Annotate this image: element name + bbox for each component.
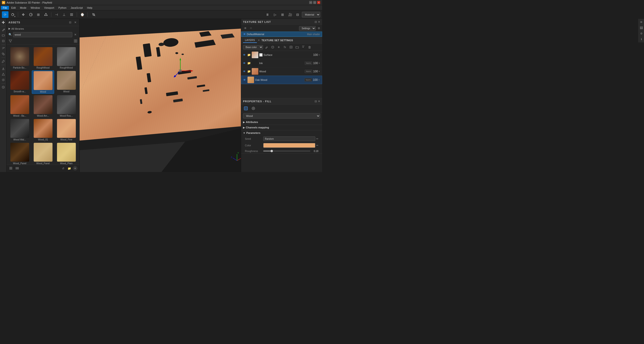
props-seed-edit-btn[interactable]: ✏ [316,137,318,140]
toolbar-rotate-btn[interactable]: ▼ [10,11,16,18]
toolbar-play-btn[interactable]: ▷ [272,11,278,18]
props-material-dropdown[interactable]: Wood [243,113,320,119]
menu-mode[interactable]: Mode [18,6,28,10]
titlebar-controls[interactable]: ─ □ ✕ [309,1,320,4]
layer-folder-btn[interactable] [294,45,300,50]
layer-mask-btn[interactable] [288,45,294,50]
tsl-close-btn[interactable]: ✕ [318,20,320,24]
asset-item-wood-plain[interactable]: Wood_Plain [55,142,78,165]
toolbar-fill-btn[interactable] [42,11,49,18]
layer-effects-btn[interactable]: fx [282,45,288,50]
assets-close-btn[interactable]: ✕ [73,20,78,25]
toolbar-transform-btn[interactable]: ⟳ [2,11,8,18]
assets-refresh-btn[interactable]: ↺ [60,166,66,171]
grid-view-icon[interactable] [74,39,78,44]
tab-texture-set-settings[interactable]: TEXTURE SET SETTINGS [260,38,295,43]
material-dropdown[interactable]: Material [302,12,320,18]
menu-help[interactable]: Help [85,6,94,10]
tsl-detach-btn[interactable]: ⊟ [314,20,317,24]
props-section-attributes-header[interactable]: ▶ Attributes [241,119,322,125]
toolbar-viewport-2d-btn[interactable]: ⊞ [279,11,286,18]
asset-item-wood-01[interactable]: Wood_01 [32,119,54,141]
props-section-channels-header[interactable]: ▶ Channels mapping [241,125,322,130]
asset-item-wood-2[interactable]: Wood [55,71,78,94]
props-section-parameters-header[interactable]: ▼ Parameters [241,130,322,136]
props-color-swatch[interactable] [263,143,315,148]
layer-fill-btn[interactable] [270,45,275,50]
asset-item-wood-ba[interactable]: Wood - Ba... [8,95,31,118]
props-roughness-thumb[interactable] [270,150,273,152]
tsl-settings-dropdown[interactable]: Settings [299,26,316,31]
layer-item-wood[interactable]: 👁 📁 Wood Norm 100 ▼ [241,67,322,76]
menu-viewport[interactable]: Viewport [42,6,56,10]
search-clear-btn[interactable]: ✕ [73,33,78,37]
layer-new-btn[interactable] [276,45,282,50]
layer-import-btn[interactable] [301,45,306,50]
tsl-eye-icon[interactable]: 👁 [243,26,248,31]
tool-paint[interactable] [1,27,6,32]
tool-fill[interactable] [1,39,6,44]
menu-python[interactable]: Python [56,6,68,10]
tool-eraser[interactable] [1,33,6,38]
tool-smudge[interactable] [1,46,6,51]
tsl-item-default[interactable]: 👁 DefaultMaterial Main shader [241,32,322,37]
assets-add-btn[interactable]: + [73,166,78,171]
toolbar-erase-btn[interactable]: ⊞ [35,11,42,18]
props-detach-btn[interactable]: ⊟ [314,100,317,103]
minimize-button[interactable]: ─ [309,1,312,4]
asset-item-roughwood-2[interactable]: RoughWood [55,47,78,70]
layer-blend-wood[interactable]: Norm [305,70,312,73]
assets-list-btn[interactable] [14,166,20,171]
toolbar-move-btn[interactable]: ✥ [20,11,26,18]
layer-blend-oak[interactable]: Norm [304,78,312,82]
layer-item-surface[interactable]: 👁 📁 Surface 100 ▼ [241,51,322,59]
search-input[interactable] [13,32,72,37]
all-libraries[interactable]: ▶ All libraries [6,26,79,31]
assets-grid-small-btn[interactable] [8,166,14,171]
toolbar-render-btn[interactable]: ⊟ [294,11,301,18]
toolbar-camera-btn[interactable]: 🎥 [287,11,294,18]
asset-item-wood-wal[interactable]: Wood Wal... [8,119,31,141]
toolbar-history-btn[interactable]: ⌚ [79,11,86,18]
toolbar-snap-btn[interactable]: ⊣ [53,11,60,18]
layer-item-ink[interactable]: 👁 📁 Ink Norm 100 ▼ [241,59,322,67]
layer-opacity-ink[interactable]: 100 ▼ [313,62,320,65]
tsl-item-eye-icon[interactable]: 👁 [243,33,246,36]
menu-file[interactable]: File [1,6,9,10]
layer-eye-oak[interactable]: 👁 [243,79,246,81]
props-seed-input[interactable] [263,136,315,141]
asset-item-smooth-w[interactable]: Smooth w... [8,71,31,94]
layer-opacity-oak[interactable]: 100 ▼ [313,78,320,82]
assets-folder-btn[interactable]: 📁 [67,166,72,171]
tool-transform[interactable] [1,20,6,25]
toolbar-distribute-btn[interactable] [68,11,75,18]
tool-display[interactable] [1,85,6,90]
tsl-gear-icon[interactable]: ⚙ [318,27,320,30]
layer-paint-btn[interactable] [264,45,269,50]
menu-edit[interactable]: Edit [10,6,18,10]
maximize-button[interactable]: □ [313,1,316,4]
layer-eye-surface[interactable]: 👁 [243,54,246,56]
layer-blend-ink[interactable]: Norm [305,62,312,65]
layer-opacity-surface[interactable]: 100 ▼ [313,53,320,57]
tab-layers[interactable]: LAYERS [243,38,257,43]
asset-item-wood-panel-2[interactable]: Wood_Panel [32,142,54,165]
props-tab-settings[interactable] [250,106,256,111]
layers-channel-dropdown[interactable]: Base color Normal Roughness [243,45,263,50]
asset-item-wood-selected[interactable]: Wood [32,71,54,94]
tool-picker[interactable] [1,59,6,64]
props-tab-material[interactable] [243,106,249,111]
layer-eye-ink[interactable]: 👁 [243,62,246,65]
tool-settings[interactable] [1,77,6,83]
tool-bake[interactable] [1,72,6,77]
asset-item-wood-fine[interactable]: Wood_Fine [55,119,78,141]
layer-item-oak-wood[interactable]: 👁 Oak Wood Norm 100 ▼ [241,76,322,84]
close-button[interactable]: ✕ [317,1,320,4]
asset-item-roughwood-1[interactable]: RoughWood [32,47,54,70]
assets-detach-btn[interactable]: ⊟ [68,20,72,25]
tool-export[interactable] [1,66,6,71]
asset-item-particle-bo[interactable]: Particle Bo... [8,47,31,70]
toolbar-align-btn[interactable]: ⊥ [61,11,67,18]
layer-eye-wood[interactable]: 👁 [243,70,246,73]
menu-window[interactable]: Window [29,6,42,10]
